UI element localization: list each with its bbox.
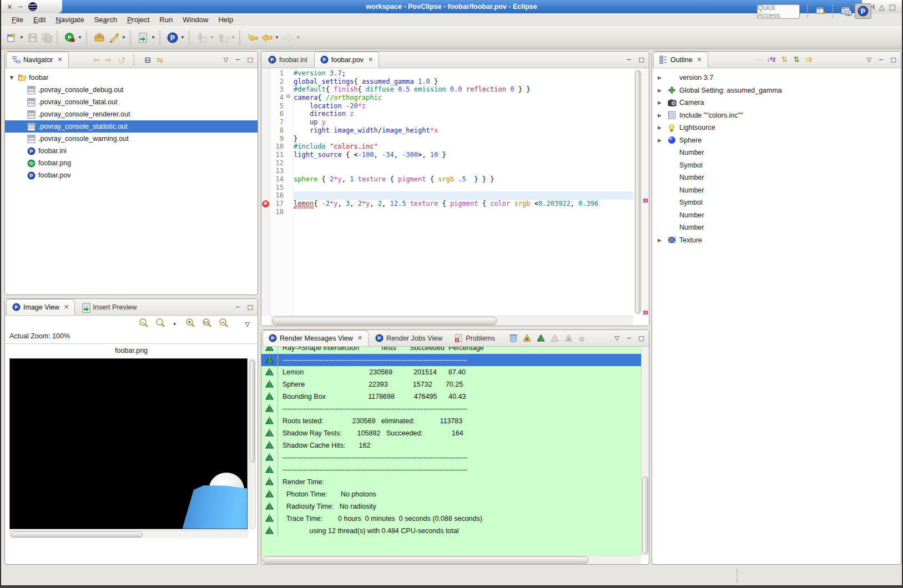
navigator-file-item[interactable]: P foobar.pov	[5, 169, 258, 181]
message-row[interactable]: ----------------------------------------…	[261, 452, 641, 464]
zoom-out-icon[interactable]: −	[219, 318, 229, 330]
back-annotation-button[interactable]	[246, 31, 259, 44]
message-row[interactable]: Lemon 230569 201514 87.40	[261, 366, 641, 378]
close-icon[interactable]: ✕	[64, 303, 69, 311]
error-filter-icon[interactable]: A	[564, 334, 573, 344]
close-icon[interactable]: ✕	[357, 334, 362, 342]
zoom-in-icon[interactable]: +	[185, 318, 195, 330]
scrollbar-thumb[interactable]	[642, 477, 648, 554]
expand-arrow-icon[interactable]: ▶	[658, 125, 664, 130]
view-menu-icon[interactable]: ▽	[615, 334, 619, 342]
outline-item[interactable]: Number	[652, 209, 901, 222]
expand-arrow-icon[interactable]: ▶	[658, 88, 664, 93]
message-row[interactable]: Render Time:	[261, 476, 641, 488]
code-line[interactable]	[294, 167, 633, 175]
navigator-file-item[interactable]: 010 .povray_console_debug.out	[5, 84, 258, 96]
tab-outline[interactable]: Outline ✕	[653, 52, 708, 68]
outline-item[interactable]: Symbol	[652, 196, 901, 209]
outline-item[interactable]: Number	[652, 171, 901, 184]
expand-arrow-icon[interactable]: ▶	[658, 138, 664, 143]
clear-messages-icon[interactable]	[509, 333, 517, 344]
navigator-file-item[interactable]: 010 .povray_console_statistic.out	[5, 120, 258, 133]
outline-item[interactable]: ▶Sphere	[652, 134, 901, 147]
maximize-view-icon[interactable]: □	[891, 56, 896, 63]
expand-arrow-icon[interactable]: ▶	[658, 100, 664, 105]
view-menu-icon[interactable]: ▽	[867, 56, 871, 63]
outline-item[interactable]: ▶Camera	[652, 97, 901, 109]
messages-horizontal-scrollbar[interactable]	[261, 555, 641, 564]
sort-alphabetical-icon[interactable]: ↓ᵃz	[766, 55, 776, 63]
render-messages-list[interactable]: Ray->Shape Intersection Tests Succeeded …	[261, 347, 641, 555]
code-line[interactable]: right image_width/image_height*x	[294, 126, 633, 135]
zoom-dropdown-icon[interactable]: ▼	[172, 322, 178, 327]
navigator-file-item[interactable]: 010 .povray_console_fatal.out	[5, 96, 258, 108]
message-row[interactable]: ----------------------------------------…	[261, 354, 641, 366]
render-settings-button-dropdown-icon[interactable]: ▼	[150, 35, 156, 40]
new-button-dropdown-icon[interactable]: ▼	[19, 35, 24, 40]
message-row[interactable]: Roots tested: 230569 eliminated: 113783	[261, 415, 641, 427]
filter-icon[interactable]: ⇉	[805, 55, 812, 64]
fold-collapse-icon[interactable]: ⊖	[286, 93, 290, 99]
link-with-editor-icon[interactable]: ⇆	[157, 55, 163, 64]
expand-arrow-icon[interactable]: ▶	[658, 237, 664, 243]
tab-image-view[interactable]: P Image View✕	[6, 299, 75, 315]
menu-file[interactable]: File	[7, 14, 28, 25]
menu-run[interactable]: Run	[154, 14, 178, 25]
message-row[interactable]: using 12 thread(s) with 0.484 CPU-second…	[261, 525, 641, 537]
maximize-view-icon[interactable]: □	[248, 56, 253, 63]
expand-arrow-icon[interactable]: ▶	[658, 113, 664, 118]
scrollbar-thumb[interactable]	[11, 531, 143, 538]
view-menu-icon[interactable]: ▽	[245, 321, 250, 328]
render-settings-button[interactable]	[137, 31, 150, 44]
code-line[interactable]: #default{ finish{ diffuse 0.5 emission 0…	[294, 85, 633, 94]
editor-body[interactable]: ✕ 123456789101112131415161718 ⊖ #version…	[261, 68, 649, 326]
close-window-icon[interactable]: ✕	[7, 3, 13, 11]
code-line[interactable]: lemon{ -2*y, 3, 2*y, 2, 12.5 texture { p…	[294, 200, 633, 208]
code-line[interactable]: direction z	[294, 110, 633, 118]
image-vertical-scrollbar[interactable]	[249, 358, 256, 529]
message-row[interactable]: Trace Time: 0 hours 0 minutes 0 seconds …	[261, 513, 641, 525]
quick-access-button[interactable]: Quick Access	[757, 4, 800, 19]
minimize-view-icon[interactable]: ─	[236, 56, 240, 63]
new-button[interactable]	[5, 31, 18, 44]
warning-filter-icon[interactable]	[537, 334, 545, 344]
outline-item[interactable]: Number	[652, 146, 901, 159]
code-line[interactable]: location -20*z	[294, 102, 633, 110]
code-line[interactable]: #version 3.7;	[294, 69, 633, 78]
menu-help[interactable]: Help	[213, 14, 238, 25]
info-filter-icon[interactable]	[551, 334, 559, 344]
code-line[interactable]: #include "colors.inc"	[294, 143, 633, 151]
minimize-window-icon[interactable]: ─	[18, 3, 23, 11]
run-povray-button[interactable]	[63, 31, 77, 44]
code-line[interactable]	[294, 159, 633, 168]
messages-vertical-scrollbar[interactable]	[641, 347, 649, 555]
minimize-view-icon[interactable]: ─	[627, 334, 631, 342]
menu-search[interactable]: Search	[89, 14, 122, 25]
render-warning-filter-icon[interactable]: R	[523, 334, 531, 344]
minimize-view-icon[interactable]: ─	[879, 56, 883, 63]
back-button-dropdown-icon[interactable]: ▼	[274, 35, 280, 40]
message-row[interactable]: Bounding Box 1178698 476495 40.43	[261, 391, 641, 403]
tab-foobar-pov[interactable]: P foobar.pov✕	[314, 52, 380, 68]
navigator-file-item[interactable]: foobar.png	[5, 157, 258, 169]
expand-arrow-icon[interactable]: ▶	[658, 75, 664, 80]
close-icon[interactable]: ✕	[368, 56, 373, 63]
expand-arrow-icon[interactable]: ▼	[8, 75, 15, 80]
code-line[interactable]: }	[294, 135, 633, 143]
menu-edit[interactable]: Edit	[28, 14, 51, 25]
error-overview-marker[interactable]	[643, 199, 648, 202]
maximize-view-icon[interactable]: □	[639, 334, 644, 342]
message-row[interactable]: Radiosity Time: No radiosity	[261, 500, 641, 513]
up-icon[interactable]: ⮍	[118, 55, 125, 64]
highlighter-button-dropdown-icon[interactable]: ▼	[121, 35, 127, 40]
code-line[interactable]: sphere { 2*y, 1 texture { pigment { srgb…	[294, 175, 633, 184]
tab-navigator[interactable]: Navigator ✕	[6, 52, 69, 68]
close-icon[interactable]: ✕	[58, 56, 63, 63]
message-row[interactable]: Ray->Shape Intersection Tests Succeeded …	[261, 347, 641, 354]
outline-item[interactable]: ▶Lightsource	[652, 121, 901, 134]
povclipse-button-dropdown-icon[interactable]: ▼	[180, 35, 185, 40]
run-povray-button-dropdown-icon[interactable]: ▼	[77, 35, 83, 40]
povclipse-perspective-button[interactable]: P	[855, 3, 871, 19]
highlighter-button[interactable]	[107, 31, 120, 44]
code-line[interactable]: global_settings{ assumed_gamma 1.0 }	[294, 78, 633, 86]
